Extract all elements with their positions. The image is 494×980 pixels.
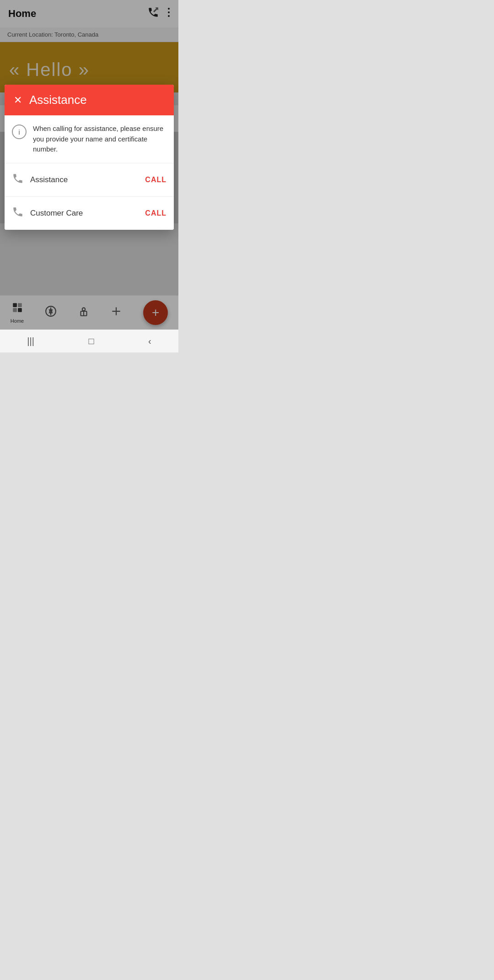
assistance-row: Assistance CALL [5, 163, 174, 197]
customer-care-row-left: Customer Care [12, 206, 83, 221]
close-icon[interactable]: ✕ [14, 94, 22, 106]
modal-info-text: When calling for assistance, please ensu… [33, 124, 166, 155]
customer-care-label: Customer Care [30, 209, 83, 218]
phone-icon-customer-care [12, 206, 24, 221]
modal-header: ✕ Assistance [5, 85, 174, 115]
info-icon: i [12, 125, 27, 139]
customer-care-call-button[interactable]: CALL [145, 209, 166, 217]
android-back-button[interactable]: ‹ [148, 336, 151, 347]
android-menu-button[interactable]: ||| [27, 336, 34, 347]
android-home-button[interactable]: □ [88, 336, 94, 347]
modal-info-row: i When calling for assistance, please en… [5, 115, 174, 163]
assistance-call-button[interactable]: CALL [145, 176, 166, 184]
modal-title: Assistance [29, 93, 87, 107]
customer-care-row: Customer Care CALL [5, 197, 174, 230]
modal-body: i When calling for assistance, please en… [5, 115, 174, 230]
assistance-modal: ✕ Assistance i When calling for assistan… [5, 85, 174, 230]
phone-icon-assistance [12, 173, 24, 187]
assistance-label: Assistance [30, 175, 68, 184]
assistance-row-left: Assistance [12, 173, 68, 187]
android-navigation-bar: ||| □ ‹ [0, 330, 178, 352]
